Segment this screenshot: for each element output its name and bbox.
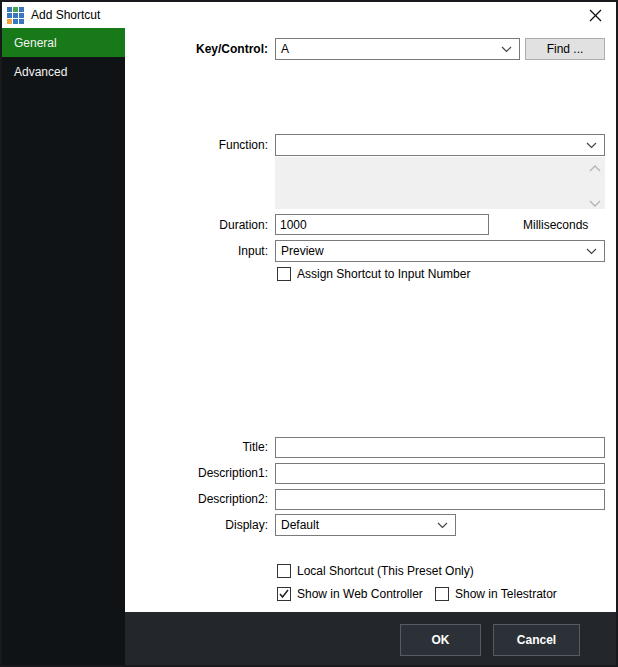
chevron-down-icon <box>586 138 597 152</box>
checkmark-icon <box>278 588 290 600</box>
web-controller-label: Show in Web Controller <box>297 587 423 601</box>
tab-general[interactable]: General <box>2 28 125 57</box>
duration-input[interactable] <box>275 214 489 235</box>
add-shortcut-dialog: Add Shortcut General Advanced Key/Contro… <box>0 0 618 667</box>
description1-label: Description1: <box>125 462 268 484</box>
function-description-box <box>275 157 605 209</box>
chevron-down-icon <box>586 244 597 258</box>
telestrator-checkbox[interactable]: Show in Telestrator <box>435 587 557 601</box>
title-label: Title: <box>125 436 268 458</box>
local-shortcut-checkbox[interactable]: Local Shortcut (This Preset Only) <box>277 564 474 578</box>
input-value: Preview <box>281 244 324 258</box>
cancel-button[interactable]: Cancel <box>493 624 580 656</box>
description1-input[interactable] <box>275 463 605 484</box>
function-select[interactable] <box>275 134 605 156</box>
scroll-up-icon <box>589 162 601 170</box>
description2-label: Description2: <box>125 488 268 510</box>
assign-input-number-checkbox[interactable]: Assign Shortcut to Input Number <box>277 267 470 281</box>
function-label: Function: <box>125 134 268 156</box>
display-label: Display: <box>125 514 268 536</box>
duration-label: Duration: <box>125 214 268 236</box>
find-button[interactable]: Find ... <box>525 38 605 60</box>
web-controller-checkbox[interactable]: Show in Web Controller <box>277 587 423 601</box>
general-panel: Key/Control: A Find ... Function: <box>125 28 616 612</box>
key-control-label: Key/Control: <box>125 38 268 60</box>
title-input[interactable] <box>275 437 605 458</box>
sidebar: General Advanced <box>2 28 125 667</box>
input-select[interactable]: Preview <box>275 240 605 262</box>
window-title: Add Shortcut <box>31 8 100 22</box>
checkbox[interactable] <box>277 564 291 578</box>
close-icon[interactable] <box>584 6 606 25</box>
assign-input-number-label: Assign Shortcut to Input Number <box>297 267 470 281</box>
checkbox[interactable] <box>277 587 291 601</box>
app-grid-icon <box>7 7 24 24</box>
telestrator-label: Show in Telestrator <box>455 587 557 601</box>
ok-button[interactable]: OK <box>400 624 481 656</box>
checkbox[interactable] <box>277 267 291 281</box>
titlebar: Add Shortcut <box>2 2 616 28</box>
description2-input[interactable] <box>275 489 605 510</box>
key-control-select[interactable]: A <box>275 38 520 60</box>
chevron-down-icon <box>501 42 512 56</box>
tab-advanced[interactable]: Advanced <box>2 57 125 86</box>
milliseconds-label: Milliseconds <box>523 214 588 236</box>
scroll-down-icon <box>589 196 601 204</box>
local-shortcut-label: Local Shortcut (This Preset Only) <box>297 564 474 578</box>
display-value: Default <box>281 518 319 532</box>
checkbox[interactable] <box>435 587 449 601</box>
chevron-down-icon <box>437 518 448 532</box>
key-control-value: A <box>281 42 289 56</box>
display-select[interactable]: Default <box>275 514 456 536</box>
input-label: Input: <box>125 240 268 262</box>
footer-bar: OK Cancel <box>125 612 616 667</box>
